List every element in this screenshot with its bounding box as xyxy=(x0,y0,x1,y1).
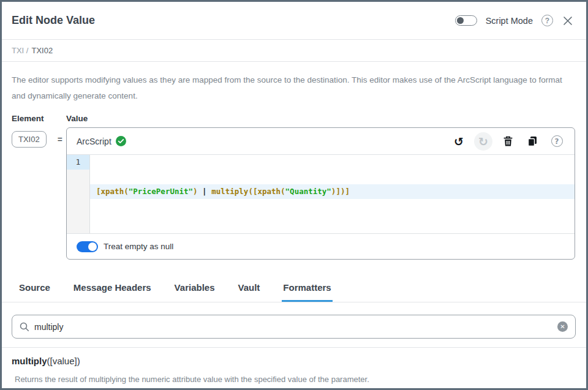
clear-search-icon[interactable]: ✕ xyxy=(557,321,568,332)
copy-button[interactable] xyxy=(523,132,541,151)
formatter-args: ([value]) xyxy=(47,356,80,366)
formatter-param-value: value: The optional numeric value to mul… xyxy=(25,386,576,390)
editor-help-button[interactable]: ? xyxy=(548,132,566,151)
language-label: ArcScript xyxy=(77,137,111,146)
element-chip: TXI02 xyxy=(12,131,47,148)
edit-node-value-dialog: Edit Node Value Script Mode ? TXI / TXI0… xyxy=(0,0,588,390)
equals-sign: = xyxy=(58,135,62,144)
code-token: [xpath( xyxy=(96,187,129,196)
formatter-signature: multiply([value]) xyxy=(12,356,576,366)
line-number: 1 xyxy=(67,155,89,170)
breadcrumb-parent[interactable]: TXI / xyxy=(12,46,28,55)
formatter-name: multiply xyxy=(12,356,47,366)
toggle-knob xyxy=(457,17,464,24)
redo-button[interactable]: ↻ xyxy=(474,132,492,151)
editor-toolbar: ↺ ↻ ? xyxy=(450,132,566,151)
editor-language: ArcScript xyxy=(77,136,126,146)
element-label: Element xyxy=(12,114,66,123)
mapping-area: Element Value TXI02 = ArcScript ↺ ↻ xyxy=(2,110,586,260)
editor-description: The editor supports modifying values as … xyxy=(2,62,575,110)
close-icon[interactable] xyxy=(562,15,574,27)
editor-header: ArcScript ↺ ↻ ? xyxy=(67,128,575,155)
search-input[interactable] xyxy=(34,322,552,332)
undo-button[interactable]: ↺ xyxy=(450,132,468,151)
mapping-labels: Element Value xyxy=(12,114,575,123)
value-label: Value xyxy=(66,114,88,123)
header-controls: Script Mode ? xyxy=(455,15,574,27)
script-mode-toggle[interactable] xyxy=(455,15,477,26)
editor-help-icon: ? xyxy=(551,135,563,147)
search-box[interactable]: ✕ xyxy=(12,315,576,339)
script-mode-label: Script Mode xyxy=(486,16,533,26)
search-row: ✕ xyxy=(2,302,586,347)
breadcrumb-current: TXI02 xyxy=(31,46,53,55)
code-area[interactable]: 1 [xpath("PricePerUnit") | multiply([xpa… xyxy=(67,155,575,233)
treat-empty-null-toggle[interactable] xyxy=(77,241,98,252)
help-icon[interactable]: ? xyxy=(541,15,553,26)
tab-variables[interactable]: Variables xyxy=(173,276,216,302)
bottom-tabs: Source Message Headers Variables Vault F… xyxy=(2,276,586,302)
tab-source[interactable]: Source xyxy=(18,276,51,302)
check-circle-icon xyxy=(116,136,126,146)
trash-icon xyxy=(503,136,513,147)
treat-empty-null-label: Treat empty as null xyxy=(104,242,173,251)
formatter-summary: Returns the result of multiplying the nu… xyxy=(12,373,576,386)
code-token: multiply([xpath( xyxy=(211,187,285,196)
mapping-row: TXI02 = ArcScript ↺ ↻ xyxy=(12,127,575,260)
tab-formatters[interactable]: Formatters xyxy=(282,276,332,302)
element-column: TXI02 = xyxy=(12,127,66,148)
page-title: Edit Node Value xyxy=(12,14,95,27)
code-token xyxy=(198,187,203,196)
dialog-header: Edit Node Value Script Mode ? xyxy=(2,2,586,40)
code-token: ) xyxy=(193,187,198,196)
code-pane[interactable]: [xpath("PricePerUnit") | multiply([xpath… xyxy=(90,155,575,233)
formatter-params: value: The optional numeric value to mul… xyxy=(12,386,576,390)
code-line[interactable]: [xpath("PricePerUnit") | multiply([xpath… xyxy=(90,184,575,199)
delete-button[interactable] xyxy=(499,132,517,151)
formatter-doc: multiply([value]) Returns the result of … xyxy=(2,348,586,390)
copy-icon xyxy=(527,136,538,147)
editor-footer: Treat empty as null xyxy=(67,233,575,259)
code-token: | xyxy=(202,187,207,196)
search-icon xyxy=(20,322,29,332)
toggle-knob xyxy=(88,242,97,251)
code-token: )])] xyxy=(331,187,350,196)
breadcrumb: TXI / TXI02 xyxy=(2,40,586,62)
tab-vault[interactable]: Vault xyxy=(237,276,262,302)
code-token: "Quantity" xyxy=(285,187,331,196)
line-number-gutter: 1 xyxy=(67,155,90,233)
arcscript-editor: ArcScript ↺ ↻ ? xyxy=(66,127,575,260)
code-token: "PricePerUnit" xyxy=(129,187,193,196)
tab-message-headers[interactable]: Message Headers xyxy=(72,276,153,302)
